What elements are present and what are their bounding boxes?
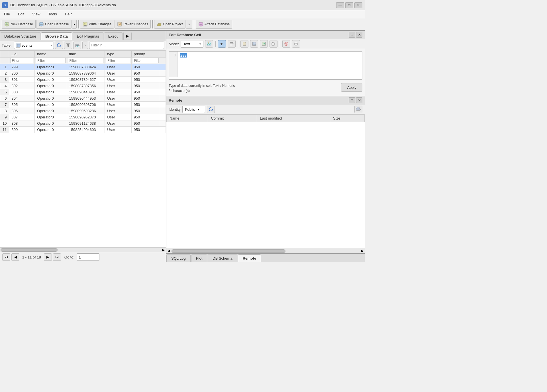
col-header-id[interactable]: _id — [9, 51, 35, 58]
minimize-button[interactable]: — — [336, 2, 344, 8]
table-cell[interactable]: 306 — [9, 108, 35, 114]
table-cell[interactable]: Operator0 — [35, 108, 67, 114]
table-cell[interactable]: 303 — [9, 89, 35, 95]
col-header-type[interactable]: type — [105, 51, 131, 58]
goto-input[interactable] — [77, 253, 99, 261]
edit-cell-maximize-button[interactable]: □ — [349, 32, 355, 38]
tab-remote[interactable]: Remote — [238, 255, 261, 262]
scrollbar-thumb[interactable] — [1, 248, 58, 252]
table-cell[interactable]: 950 — [131, 89, 160, 95]
table-cell[interactable]: Operator0 — [35, 70, 67, 77]
table-cell[interactable]: User — [105, 102, 131, 108]
table-cell[interactable]: 950 — [131, 102, 160, 108]
cell-text-area[interactable]: 299 — [177, 52, 362, 77]
table-cell[interactable]: 299 — [9, 64, 35, 70]
table-cell[interactable]: 302 — [9, 83, 35, 89]
table-cell[interactable] — [160, 83, 166, 89]
maximize-button[interactable]: □ — [345, 2, 353, 8]
table-cell[interactable] — [160, 114, 166, 120]
table-cell[interactable] — [160, 95, 166, 102]
identity-selector[interactable]: Public ▾ — [182, 106, 205, 113]
tab-sql-log[interactable]: SQL Log — [166, 255, 191, 262]
tab-more-button[interactable]: ▶ — [123, 32, 132, 40]
nav-last-button[interactable]: ⏭ — [53, 253, 61, 261]
table-cell[interactable]: 950 — [131, 127, 160, 133]
new-database-button[interactable]: + New Database — [2, 20, 36, 29]
remote-cloud-button[interactable] — [354, 106, 362, 113]
table-row[interactable]: 9307Operator01598090952370User950 — [0, 114, 166, 120]
table-cell[interactable]: Operator0 — [35, 83, 67, 89]
row-num-cell[interactable]: 9 — [0, 114, 9, 120]
open-file-button[interactable] — [240, 40, 248, 48]
table-cell[interactable]: Operator0 — [35, 114, 67, 120]
row-num-cell[interactable]: 8 — [0, 108, 9, 114]
table-cell[interactable]: Operator0 — [35, 102, 67, 108]
table-cell[interactable]: 950 — [131, 83, 160, 89]
filter-button[interactable] — [64, 42, 72, 49]
menu-tools[interactable]: Tools — [46, 11, 58, 17]
tab-plot[interactable]: Plot — [191, 255, 207, 262]
export-button[interactable] — [260, 40, 268, 48]
table-row[interactable]: 2300Operator01598087889064User950 — [0, 70, 166, 77]
filter-priority-input[interactable] — [133, 58, 159, 63]
table-cell[interactable] — [160, 120, 166, 127]
table-cell[interactable]: 1598087883424 — [67, 64, 105, 70]
filter-name-input[interactable] — [36, 58, 65, 63]
tab-browse-data[interactable]: Browse Data — [41, 32, 72, 40]
mode-image-button[interactable] — [205, 40, 213, 48]
table-cell[interactable]: 1598090952370 — [67, 114, 105, 120]
table-row[interactable]: 10308Operator01598091124638User950 — [0, 120, 166, 127]
table-cell[interactable]: 307 — [9, 114, 35, 120]
remote-close-button[interactable]: ✕ — [356, 97, 362, 103]
table-cell[interactable]: User — [105, 89, 131, 95]
table-cell[interactable] — [160, 70, 166, 77]
menu-help[interactable]: Help — [63, 11, 74, 17]
col-header-priority[interactable]: priority — [131, 51, 160, 58]
horizontal-scrollbar[interactable]: ▶ — [0, 247, 166, 252]
tab-database-structure[interactable]: Database Structure — [0, 32, 40, 40]
table-selector[interactable]: events ▾ — [14, 42, 54, 49]
col-header-name[interactable]: name — [35, 51, 67, 58]
table-cell[interactable]: 1598090440931 — [67, 89, 105, 95]
table-cell[interactable]: 1598090698286 — [67, 108, 105, 114]
table-row[interactable]: 4302Operator01598087897856User950 — [0, 83, 166, 89]
remote-col-commit[interactable]: Commit — [208, 115, 257, 122]
table-cell[interactable]: 950 — [131, 114, 160, 120]
table-cell[interactable]: 1598091124638 — [67, 120, 105, 127]
table-cell[interactable]: 304 — [9, 95, 35, 102]
table-cell[interactable]: User — [105, 70, 131, 77]
table-cell[interactable]: User — [105, 95, 131, 102]
table-cell[interactable]: 309 — [9, 127, 35, 133]
table-cell[interactable] — [160, 89, 166, 95]
table-cell[interactable] — [160, 108, 166, 114]
table-row[interactable]: 6304Operator01598090444953User950 — [0, 95, 166, 102]
refresh-table-button[interactable] — [55, 42, 63, 49]
row-num-cell[interactable]: 5 — [0, 89, 9, 95]
open-project-button[interactable]: Open Project — [154, 20, 185, 29]
row-num-cell[interactable]: 10 — [0, 120, 9, 127]
nav-prev-button[interactable]: ◀ — [11, 253, 19, 261]
table-cell[interactable]: 1598087889064 — [67, 70, 105, 77]
print-button[interactable] — [292, 40, 300, 48]
remote-refresh-button[interactable] — [207, 106, 215, 113]
row-num-cell[interactable]: 6 — [0, 95, 9, 102]
remote-scrollbar-thumb[interactable] — [172, 249, 285, 253]
table-cell[interactable]: 950 — [131, 95, 160, 102]
table-cell[interactable]: 1598090693706 — [67, 102, 105, 108]
table-cell[interactable]: User — [105, 114, 131, 120]
table-cell[interactable]: 1598087897856 — [67, 83, 105, 89]
table-row[interactable]: 3301Operator01598087894627User950 — [0, 77, 166, 83]
table-cell[interactable]: 950 — [131, 64, 160, 70]
table-cell[interactable]: 300 — [9, 70, 35, 77]
copy-button[interactable] — [270, 40, 277, 48]
remote-col-size[interactable]: Size — [330, 115, 365, 122]
remote-scroll-left[interactable]: ◀ — [166, 249, 171, 253]
add-row-button[interactable]: + ═══ — [73, 42, 81, 49]
save-file-button[interactable] — [250, 40, 258, 48]
remote-scroll-right[interactable]: ▶ — [360, 249, 365, 253]
table-cell[interactable]: Operator0 — [35, 127, 67, 133]
table-cell[interactable] — [160, 127, 166, 133]
table-cell[interactable]: 950 — [131, 77, 160, 83]
remote-col-lastmod[interactable]: Last modified — [257, 115, 330, 122]
table-cell[interactable]: User — [105, 64, 131, 70]
